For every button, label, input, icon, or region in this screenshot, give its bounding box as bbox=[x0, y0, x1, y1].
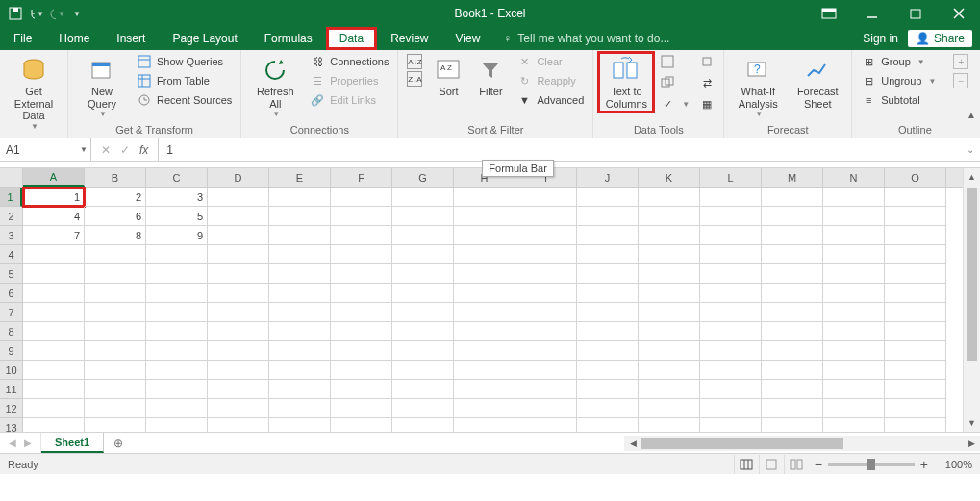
tab-data[interactable]: Data bbox=[326, 27, 377, 50]
cell[interactable] bbox=[269, 264, 331, 284]
cell[interactable] bbox=[454, 380, 515, 399]
cell[interactable] bbox=[208, 418, 269, 432]
cell[interactable] bbox=[515, 264, 577, 284]
cell[interactable]: 6 bbox=[85, 207, 146, 226]
ribbon-options-icon[interactable] bbox=[807, 0, 850, 27]
cell[interactable] bbox=[392, 418, 454, 432]
cell[interactable] bbox=[885, 380, 946, 399]
cell[interactable] bbox=[331, 380, 392, 399]
column-header[interactable]: O bbox=[885, 168, 946, 187]
cell[interactable] bbox=[515, 245, 577, 264]
cell[interactable] bbox=[454, 361, 515, 380]
cell[interactable] bbox=[762, 284, 823, 303]
cell[interactable] bbox=[639, 322, 700, 341]
select-all-button[interactable] bbox=[0, 168, 23, 188]
cell[interactable] bbox=[454, 399, 515, 418]
cell[interactable] bbox=[454, 418, 515, 432]
cell[interactable] bbox=[577, 361, 639, 380]
cell[interactable] bbox=[639, 226, 700, 245]
tell-me-search[interactable]: ♀ Tell me what you want to do... bbox=[493, 32, 669, 45]
cell[interactable] bbox=[454, 303, 515, 322]
cell[interactable] bbox=[146, 284, 208, 303]
sort-desc-button[interactable]: Z↓A bbox=[404, 70, 425, 88]
tab-formulas[interactable]: Formulas bbox=[251, 27, 326, 50]
show-queries-button[interactable]: Show Queries bbox=[134, 53, 235, 70]
cell[interactable] bbox=[269, 284, 331, 303]
cell[interactable] bbox=[392, 188, 454, 207]
column-header[interactable]: N bbox=[823, 168, 885, 187]
cell[interactable] bbox=[23, 264, 85, 284]
cell[interactable] bbox=[885, 284, 946, 303]
cell[interactable] bbox=[823, 322, 885, 341]
cell[interactable] bbox=[392, 264, 454, 284]
cell[interactable] bbox=[331, 284, 392, 303]
cell[interactable] bbox=[639, 207, 700, 226]
advanced-button[interactable]: ▼Advanced bbox=[514, 91, 587, 109]
undo-icon[interactable]: ▼ bbox=[29, 6, 44, 21]
cell[interactable] bbox=[23, 322, 85, 341]
cell[interactable] bbox=[23, 418, 85, 432]
cell[interactable] bbox=[23, 361, 85, 380]
cell[interactable] bbox=[331, 418, 392, 432]
cell[interactable] bbox=[885, 322, 946, 341]
cell[interactable] bbox=[762, 380, 823, 399]
cell[interactable] bbox=[269, 188, 331, 207]
cell[interactable] bbox=[331, 245, 392, 264]
recent-sources-button[interactable]: Recent Sources bbox=[134, 91, 235, 109]
sign-in-link[interactable]: Sign in bbox=[863, 32, 898, 45]
relationships-button[interactable]: ⇄ bbox=[696, 74, 717, 91]
sheet-nav-arrows[interactable]: ◀ ▶ bbox=[0, 433, 41, 453]
collapse-ribbon-icon[interactable]: ▲ bbox=[967, 110, 976, 120]
cell[interactable] bbox=[331, 188, 392, 207]
cell[interactable] bbox=[639, 418, 700, 432]
zoom-level[interactable]: 100% bbox=[934, 459, 972, 470]
column-header[interactable]: A bbox=[23, 168, 85, 187]
cell[interactable] bbox=[146, 418, 208, 432]
row-header[interactable]: 3 bbox=[0, 226, 22, 245]
cell[interactable] bbox=[85, 245, 146, 264]
cell[interactable] bbox=[392, 380, 454, 399]
row-header[interactable]: 4 bbox=[0, 245, 22, 264]
cell[interactable] bbox=[577, 341, 639, 361]
cell[interactable]: 8 bbox=[85, 226, 146, 245]
formula-bar[interactable]: 1 ⌄ Formula Bar bbox=[159, 138, 980, 161]
cell[interactable] bbox=[700, 264, 762, 284]
scroll-down-icon[interactable]: ▼ bbox=[964, 414, 980, 432]
cell[interactable] bbox=[454, 341, 515, 361]
cell[interactable] bbox=[515, 226, 577, 245]
get-external-data-button[interactable]: Get External Data ▼ bbox=[6, 53, 62, 133]
share-button[interactable]: 👤Share bbox=[908, 30, 972, 47]
tab-view[interactable]: View bbox=[442, 27, 494, 50]
cell[interactable] bbox=[639, 188, 700, 207]
cell[interactable] bbox=[85, 284, 146, 303]
namebox-dropdown-icon[interactable]: ▼ bbox=[80, 145, 88, 154]
page-break-view-button[interactable] bbox=[784, 455, 809, 474]
cell[interactable] bbox=[823, 303, 885, 322]
cell[interactable] bbox=[700, 226, 762, 245]
cell[interactable] bbox=[85, 322, 146, 341]
show-detail-button[interactable]: + bbox=[950, 53, 971, 70]
sheet-tab[interactable]: Sheet1 bbox=[41, 433, 104, 453]
consolidate-button[interactable] bbox=[696, 53, 717, 70]
cell[interactable] bbox=[23, 284, 85, 303]
row-header[interactable]: 11 bbox=[0, 380, 22, 399]
cell[interactable] bbox=[392, 226, 454, 245]
zoom-slider[interactable] bbox=[828, 463, 915, 466]
cell[interactable] bbox=[885, 245, 946, 264]
row-header[interactable]: 1 bbox=[0, 188, 22, 207]
cell[interactable] bbox=[208, 284, 269, 303]
cell[interactable] bbox=[85, 264, 146, 284]
cell[interactable] bbox=[639, 361, 700, 380]
cell[interactable] bbox=[762, 399, 823, 418]
cell[interactable] bbox=[208, 226, 269, 245]
cell[interactable] bbox=[85, 303, 146, 322]
cell[interactable] bbox=[208, 322, 269, 341]
minimize-icon[interactable] bbox=[850, 0, 893, 27]
cell[interactable]: 7 bbox=[23, 226, 85, 245]
normal-view-button[interactable] bbox=[734, 455, 759, 474]
cell[interactable] bbox=[885, 361, 946, 380]
cell[interactable] bbox=[85, 361, 146, 380]
vscroll-thumb[interactable] bbox=[967, 188, 977, 361]
column-header[interactable]: K bbox=[639, 168, 700, 187]
cell[interactable] bbox=[208, 245, 269, 264]
